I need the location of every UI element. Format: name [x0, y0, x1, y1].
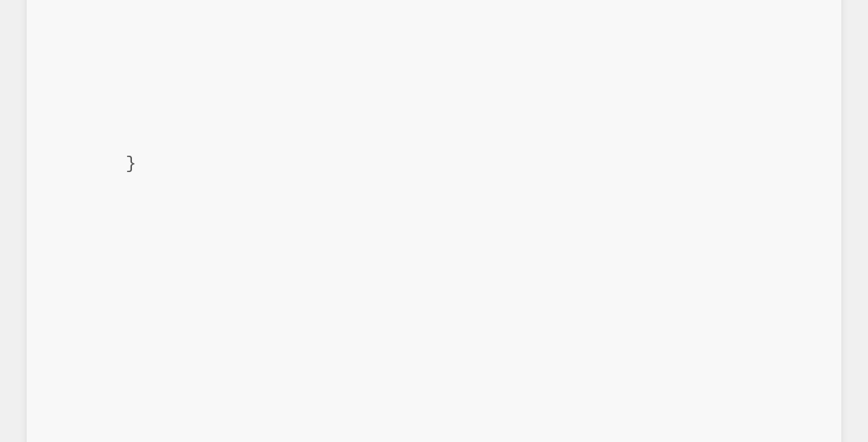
- code-block: import {signal} from '@spearwolf/signali…: [62, 0, 806, 442]
- code-container: import {signal} from '@spearwolf/signali…: [26, 0, 842, 442]
- class-brace-close: }: [126, 154, 137, 174]
- blank-line-2: [62, 320, 806, 349]
- line-signal-accessor: @signal() accessor foo = 123;: [62, 0, 806, 9]
- line-close-class: }: [62, 122, 806, 207]
